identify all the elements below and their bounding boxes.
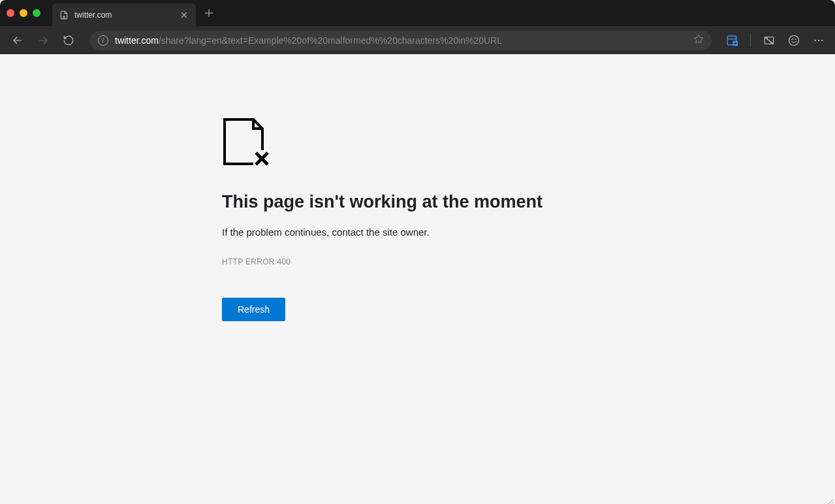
page-content: This page isn't working at the moment If… <box>0 54 835 504</box>
error-message: If the problem continues, contact the si… <box>222 227 835 238</box>
browser-tab-bar: twitter.com <box>0 0 835 26</box>
media-block-icon[interactable] <box>763 34 776 47</box>
new-tab-button[interactable] <box>199 3 219 23</box>
window-maximize-button[interactable] <box>33 9 40 17</box>
tab-close-button[interactable] <box>179 10 189 20</box>
svg-point-20 <box>795 39 796 39</box>
forward-button[interactable] <box>35 33 51 48</box>
svg-point-21 <box>815 39 816 40</box>
browser-tab[interactable]: twitter.com <box>52 3 196 26</box>
error-code: HTTP ERROR 400 <box>222 257 835 266</box>
browser-toolbar: i twitter.com/share?lang=en&text=Example… <box>0 26 835 54</box>
menu-icon[interactable] <box>812 34 825 47</box>
toolbar-right <box>725 34 825 47</box>
svg-point-23 <box>821 39 823 40</box>
address-bar[interactable]: i twitter.com/share?lang=en&text=Example… <box>90 31 712 50</box>
collections-icon[interactable] <box>725 34 738 47</box>
error-page-icon <box>222 117 835 169</box>
resize-grip[interactable] <box>827 496 833 502</box>
window-close-button[interactable] <box>7 9 14 17</box>
toolbar-divider <box>750 34 751 47</box>
url-path: /share?lang=en&text=Example%20of%20malfo… <box>159 35 502 46</box>
back-button[interactable] <box>10 33 25 48</box>
error-title: This page isn't working at the moment <box>222 192 835 212</box>
url-text: twitter.com/share?lang=en&text=Example%2… <box>115 35 687 46</box>
tab-title: twitter.com <box>74 10 174 20</box>
svg-line-15 <box>764 37 774 44</box>
svg-marker-8 <box>694 35 702 43</box>
window-minimize-button[interactable] <box>20 9 27 17</box>
svg-point-18 <box>789 35 799 45</box>
tab-favicon-error-icon <box>59 10 69 20</box>
smiley-icon[interactable] <box>787 34 800 47</box>
svg-line-29 <box>828 499 833 504</box>
refresh-page-button[interactable]: Refresh <box>222 298 285 321</box>
favorite-icon[interactable] <box>693 34 704 47</box>
window-controls <box>7 9 52 17</box>
url-domain: twitter.com <box>115 35 159 46</box>
refresh-button[interactable] <box>61 33 76 48</box>
site-info-icon[interactable]: i <box>98 35 108 46</box>
svg-point-19 <box>792 39 793 39</box>
svg-point-22 <box>818 39 819 40</box>
